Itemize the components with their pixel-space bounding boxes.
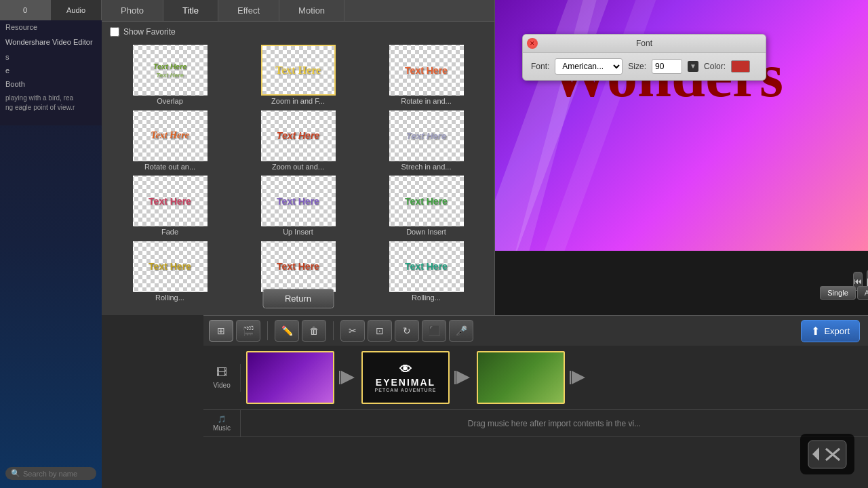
tab-motion[interactable]: Motion xyxy=(279,0,344,21)
svg-marker-4 xyxy=(572,371,585,384)
effect-item-extra3[interactable]: Text Here Rolling... xyxy=(363,241,489,304)
tab-photo[interactable]: Photo xyxy=(102,0,163,21)
backspace-delete-button[interactable] xyxy=(807,439,848,470)
effect-name-fade: Fade xyxy=(161,228,178,236)
size-stepper[interactable]: ▼ xyxy=(688,61,698,72)
effect-item-overlap[interactable]: Text HereText Here Overlap xyxy=(107,45,233,108)
size-label: Size: xyxy=(628,62,646,71)
effect-text-extra1: Text Here xyxy=(149,261,191,272)
rotate-icon: ↻ xyxy=(403,325,411,336)
effect-item-stretch[interactable]: Text Here Strech in and... xyxy=(363,110,489,174)
effect-thumb-rotate-out: Text Here xyxy=(133,110,208,161)
effect-thumb-zoom-out: Text Here xyxy=(261,110,336,161)
effect-name-rotate-in: Rotate in and... xyxy=(401,97,452,105)
return-button[interactable]: Return xyxy=(262,289,334,308)
effect-name-overlap: Overlap xyxy=(157,97,183,105)
effect-item-up-insert[interactable]: Text Here Up Insert xyxy=(235,176,361,239)
effect-thumb-stretch: Text Here xyxy=(389,110,464,161)
effect-thumb-extra3: Text Here xyxy=(389,241,464,292)
effect-text-down-insert: Text Here xyxy=(405,196,448,207)
effect-name-stretch: Strech in and... xyxy=(401,163,452,171)
toolbar-sep-1 xyxy=(267,321,268,340)
font-dialog-body: Font: American... Size: ▼ Color: xyxy=(523,53,766,80)
video-label: 🎞 Video xyxy=(203,364,241,392)
music-timeline-row: 🎵 Music Drag music here after import con… xyxy=(203,410,868,437)
timeline-view-button[interactable]: 🎬 xyxy=(236,320,260,342)
effect-item-rotate-out[interactable]: Text Here Rotate out an... xyxy=(107,110,233,174)
tab-title[interactable]: Title xyxy=(163,0,218,21)
effect-name-zoom-in: Zoom in and F... xyxy=(271,97,325,105)
color-label: Color: xyxy=(704,62,726,71)
effect-text-overlap: Text HereText Here xyxy=(153,62,187,79)
show-favorite-checkbox[interactable] xyxy=(110,27,119,37)
sidebar-resource-label: Resource xyxy=(0,20,102,34)
effect-thumb-zoom-in: Text Here xyxy=(261,45,336,96)
timeline-area: 🎞 Video 👁 EYENIMAL PETCAM A xyxy=(203,346,868,488)
music-drop-area[interactable]: Drag music here after import contents in… xyxy=(241,419,868,428)
effect-item-down-insert[interactable]: Text Here Down Insert xyxy=(363,176,489,239)
eye-icon: 👁 xyxy=(375,363,437,377)
sidebar-item-e: e xyxy=(0,64,102,77)
effect-name-extra1: Rolling... xyxy=(155,293,184,302)
search-icon: 🔍 xyxy=(11,469,20,478)
microphone-icon: 🎤 xyxy=(456,325,467,336)
font-select[interactable]: American... xyxy=(555,58,623,75)
effect-thumb-down-insert: Text Here xyxy=(389,176,464,226)
svg-marker-2 xyxy=(456,371,470,384)
eyenimal-logo: 👁 EYENIMAL PETCAM ADVENTURE xyxy=(375,363,437,392)
toolbar-sep-2 xyxy=(333,321,334,340)
transition-3[interactable] xyxy=(565,364,592,391)
cut-button[interactable]: ✂ xyxy=(340,320,365,342)
effect-item-fade[interactable]: Text Here Fade xyxy=(107,176,233,239)
effect-text-rotate-out: Text Here xyxy=(151,130,189,141)
effect-text-up-insert: Text Here xyxy=(277,196,319,207)
font-size-input[interactable] xyxy=(652,59,682,74)
sidebar-item-booth: Booth xyxy=(0,77,102,91)
sidebar-top: 0 Audio Resource Wondershare Video Edito… xyxy=(0,0,102,125)
storyboard-view-button[interactable]: ⊞ xyxy=(209,320,233,342)
tab-effect[interactable]: Effect xyxy=(218,0,279,21)
effect-item-zoom-out[interactable]: Text Here Zoom out and... xyxy=(235,110,361,174)
effect-item-extra1[interactable]: Text Here Rolling... xyxy=(107,241,233,304)
rotate-button[interactable]: ↻ xyxy=(395,320,419,342)
video-clip-1[interactable] xyxy=(246,351,334,404)
edit-section: ✏️ 🗑 xyxy=(275,320,326,342)
search-input[interactable] xyxy=(23,470,91,478)
transition-2[interactable] xyxy=(450,364,477,391)
timeline-clips: 👁 EYENIMAL PETCAM ADVENTURE xyxy=(241,346,868,409)
effect-text-stretch: Text Here xyxy=(406,131,446,141)
edit-button[interactable]: ✏️ xyxy=(275,320,299,342)
view-mode-section: ⊞ 🎬 xyxy=(209,320,260,342)
delete-button[interactable]: 🗑 xyxy=(302,320,326,342)
video-clip-2[interactable]: 👁 EYENIMAL PETCAM ADVENTURE xyxy=(361,351,450,404)
effect-text-rotate-in: Text Here xyxy=(405,65,448,76)
effect-thumb-rotate-in: Text Here xyxy=(389,45,464,96)
sidebar-app-name: Wondershare Video Editor xyxy=(0,34,102,50)
effect-text-extra2: Text Here xyxy=(277,261,319,272)
top-tabs: Photo Title Effect Motion xyxy=(102,0,494,22)
effect-thumb-fade: Text Here xyxy=(133,176,208,226)
trash-icon: 🗑 xyxy=(309,325,319,336)
audio-button[interactable]: 🎤 xyxy=(449,320,473,342)
effect-item-rotate-in[interactable]: Text Here Rotate in and... xyxy=(363,45,489,108)
music-label: 🎵 Music xyxy=(203,410,241,436)
effect-text-extra3: Text Here xyxy=(405,261,448,272)
effect-item-zoom-in[interactable]: Text Here Zoom in and F... xyxy=(235,45,361,108)
effect-name-down-insert: Down Insert xyxy=(406,228,446,236)
preview-area: Wonders ✕ Font Font: American... Size: ▼… xyxy=(495,0,868,315)
single-button[interactable]: Single xyxy=(820,286,856,300)
trim-button[interactable]: ⊡ xyxy=(368,320,392,342)
timeline-icon: 🎬 xyxy=(243,325,254,336)
video-clip-3[interactable] xyxy=(477,351,565,404)
sidebar-tab-0[interactable]: 0 xyxy=(0,0,51,20)
color-swatch[interactable] xyxy=(731,60,750,73)
transition-1[interactable] xyxy=(334,364,361,391)
all-button[interactable]: All xyxy=(857,286,868,300)
search-bar[interactable]: 🔍 xyxy=(5,467,96,480)
font-dialog-close-button[interactable]: ✕ xyxy=(527,38,538,49)
left-sidebar: 0 Audio Resource Wondershare Video Edito… xyxy=(0,0,102,488)
scissors-icon: ✂ xyxy=(349,325,357,336)
export-button[interactable]: ⬆ Export xyxy=(801,320,860,342)
effect-apply-button[interactable]: ⬛ xyxy=(422,320,446,342)
sidebar-tab-audio[interactable]: Audio xyxy=(51,0,102,20)
